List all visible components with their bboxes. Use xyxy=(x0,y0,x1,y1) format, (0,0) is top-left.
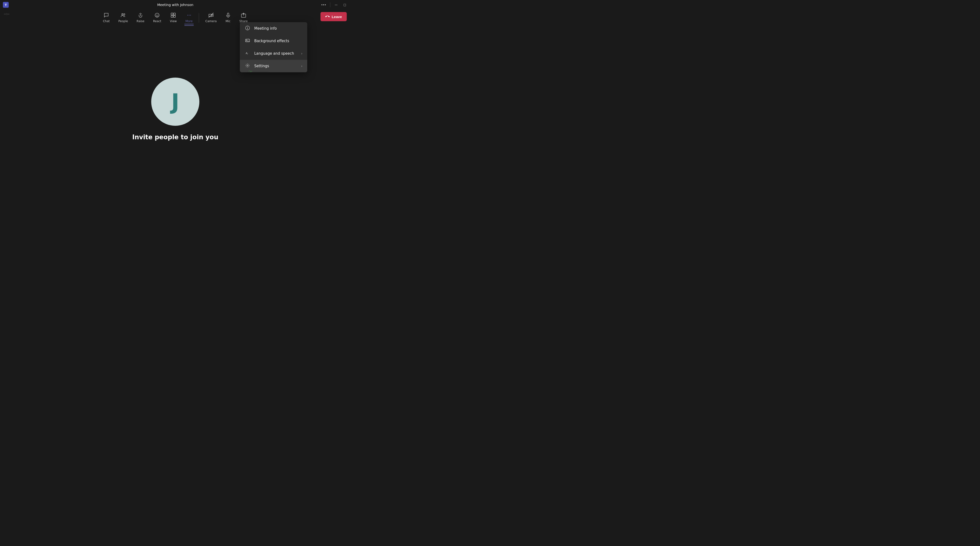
toolbar-react[interactable]: React xyxy=(149,11,165,24)
settings-icon xyxy=(245,63,250,69)
camera-label: Camera xyxy=(205,19,217,23)
chat-icon xyxy=(103,13,109,19)
raise-icon xyxy=(138,13,143,19)
svg-point-6 xyxy=(158,14,158,15)
settings-label: Settings xyxy=(254,64,297,68)
view-icon xyxy=(171,13,176,19)
phone-icon xyxy=(325,14,329,19)
cursor-icon: ☞ xyxy=(248,69,253,72)
svg-point-13 xyxy=(190,15,191,16)
svg-text:T: T xyxy=(5,3,7,7)
people-label: People xyxy=(118,19,128,23)
toolbar-view[interactable]: View xyxy=(165,11,181,24)
leave-label: Leave xyxy=(332,15,342,19)
svg-point-5 xyxy=(156,14,157,15)
svg-line-14 xyxy=(208,13,213,18)
react-icon xyxy=(154,13,160,19)
teams-logo-icon: T xyxy=(3,2,9,8)
toolbar-chat[interactable]: Chat xyxy=(99,11,114,24)
mic-icon xyxy=(225,13,231,19)
svg-rect-9 xyxy=(171,16,173,18)
language-speech-arrow-icon: › xyxy=(301,51,302,56)
svg-point-20 xyxy=(247,27,248,27)
svg-point-25 xyxy=(247,65,248,66)
call-timer: --:-- xyxy=(4,12,10,16)
more-label: More xyxy=(185,19,192,23)
toolbar-mic[interactable]: Mic xyxy=(221,11,235,24)
meeting-info-label: Meeting info xyxy=(254,26,302,30)
people-icon xyxy=(120,13,126,19)
avatar-container: J Invite people to join you xyxy=(132,78,218,141)
info-icon xyxy=(245,26,250,31)
menu-item-meeting-info[interactable]: Meeting info xyxy=(240,22,307,35)
window-title: Meeting with Johnson xyxy=(157,3,193,7)
settings-arrow-icon: › xyxy=(301,64,302,68)
background-effects-label: Background effects xyxy=(254,39,302,43)
language-speech-label: Language and speech xyxy=(254,51,297,56)
menu-item-language-speech[interactable]: A i Language and speech › xyxy=(240,47,307,60)
view-label: View xyxy=(170,19,177,23)
toolbar-more[interactable]: More xyxy=(181,11,197,24)
svg-point-3 xyxy=(124,14,125,15)
svg-point-12 xyxy=(189,15,189,16)
svg-point-11 xyxy=(187,15,188,16)
toolbar-raise[interactable]: Raise xyxy=(132,11,149,24)
invite-text: Invite people to join you xyxy=(132,134,218,141)
camera-icon xyxy=(208,13,213,19)
maximize-button[interactable]: □ xyxy=(341,2,348,8)
meeting-toolbar: Chat People Raise xyxy=(99,10,252,26)
svg-rect-8 xyxy=(173,13,175,15)
menu-item-background-effects[interactable]: Background effects xyxy=(240,35,307,47)
share-icon xyxy=(241,13,246,19)
svg-text:i: i xyxy=(247,53,248,55)
more-dropdown-menu: Meeting info Background effects A i Lang… xyxy=(240,22,307,72)
toolbar-camera[interactable]: Camera xyxy=(201,11,221,24)
avatar: J xyxy=(151,78,199,126)
svg-rect-10 xyxy=(173,16,175,18)
svg-point-2 xyxy=(122,13,123,15)
title-bar: T Meeting with Johnson — □ xyxy=(0,0,351,10)
svg-point-22 xyxy=(246,40,247,40)
more-icon xyxy=(186,13,192,19)
title-bar-left: T xyxy=(0,2,9,8)
background-icon xyxy=(245,38,250,44)
title-more-btn[interactable] xyxy=(319,3,328,6)
menu-item-settings[interactable]: Settings › ☞ Settings xyxy=(240,60,307,72)
svg-rect-7 xyxy=(171,13,173,15)
title-bar-controls: — □ xyxy=(319,2,351,8)
chat-label: Chat xyxy=(103,19,110,23)
svg-rect-15 xyxy=(227,13,229,16)
toolbar-people[interactable]: People xyxy=(114,11,132,24)
svg-point-4 xyxy=(155,13,159,18)
avatar-letter: J xyxy=(171,89,180,115)
raise-label: Raise xyxy=(137,19,144,23)
mic-label: Mic xyxy=(226,19,231,23)
language-icon: A i xyxy=(245,51,250,56)
react-label: React xyxy=(153,19,161,23)
minimize-button[interactable]: — xyxy=(332,2,340,8)
leave-button[interactable]: Leave xyxy=(320,12,347,21)
